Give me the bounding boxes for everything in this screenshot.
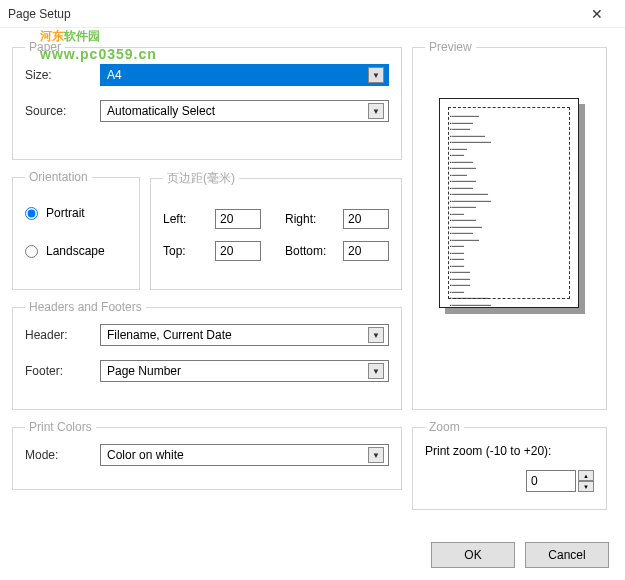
portrait-label: Portrait — [46, 206, 85, 220]
paper-legend: Paper — [25, 40, 65, 54]
size-value: A4 — [107, 68, 122, 82]
bottom-label: Bottom: — [285, 244, 337, 258]
chevron-down-icon[interactable]: ▼ — [368, 103, 384, 119]
preview-page: ▪━━━━━━━━━ ▪━━━━━━━ ▪━━━━━━ ▪━━━━━━━━━━━… — [439, 98, 579, 308]
header-label: Header: — [25, 328, 100, 342]
zoom-label: Print zoom (-10 to +20): — [425, 444, 594, 458]
footer-value: Page Number — [107, 364, 181, 378]
preview-legend: Preview — [425, 40, 476, 54]
cancel-button[interactable]: Cancel — [525, 542, 609, 568]
header-value: Filename, Current Date — [107, 328, 232, 342]
header-combo[interactable]: Filename, Current Date ▼ — [100, 324, 389, 346]
left-input[interactable] — [215, 209, 261, 229]
print-colors-group: Print Colors Mode: Color on white ▼ — [12, 420, 402, 490]
titlebar: Page Setup ✕ — [0, 0, 625, 28]
chevron-down-icon[interactable]: ▼ — [368, 363, 384, 379]
window-title: Page Setup — [8, 7, 71, 21]
chevron-down-icon[interactable]: ▼ — [368, 327, 384, 343]
landscape-radio[interactable] — [25, 245, 38, 258]
landscape-label: Landscape — [46, 244, 105, 258]
size-combo[interactable]: A4 ▼ — [100, 64, 389, 86]
right-input[interactable] — [343, 209, 389, 229]
mode-label: Mode: — [25, 448, 100, 462]
print-colors-legend: Print Colors — [25, 420, 96, 434]
bottom-input[interactable] — [343, 241, 389, 261]
source-label: Source: — [25, 104, 100, 118]
headers-legend: Headers and Footers — [25, 300, 146, 314]
close-icon[interactable]: ✕ — [577, 6, 617, 22]
zoom-up-icon[interactable]: ▲ — [578, 470, 594, 481]
source-value: Automatically Select — [107, 104, 215, 118]
orientation-legend: Orientation — [25, 170, 92, 184]
zoom-legend: Zoom — [425, 420, 464, 434]
margins-legend: 页边距(毫米) — [163, 170, 239, 187]
mode-value: Color on white — [107, 448, 184, 462]
paper-group: Paper Size: A4 ▼ Source: Automatically S… — [12, 40, 402, 160]
top-input[interactable] — [215, 241, 261, 261]
margins-group: 页边距(毫米) Left: Right: Top: Bottom: — [150, 170, 402, 290]
zoom-down-icon[interactable]: ▼ — [578, 481, 594, 492]
footer-combo[interactable]: Page Number ▼ — [100, 360, 389, 382]
headers-group: Headers and Footers Header: Filename, Cu… — [12, 300, 402, 410]
mode-combo[interactable]: Color on white ▼ — [100, 444, 389, 466]
footer-label: Footer: — [25, 364, 100, 378]
ok-button[interactable]: OK — [431, 542, 515, 568]
zoom-input[interactable] — [526, 470, 576, 492]
zoom-group: Zoom Print zoom (-10 to +20): ▲ ▼ — [412, 420, 607, 510]
source-combo[interactable]: Automatically Select ▼ — [100, 100, 389, 122]
size-label: Size: — [25, 68, 100, 82]
top-label: Top: — [163, 244, 209, 258]
left-label: Left: — [163, 212, 209, 226]
chevron-down-icon[interactable]: ▼ — [368, 447, 384, 463]
portrait-radio[interactable] — [25, 207, 38, 220]
chevron-down-icon[interactable]: ▼ — [368, 67, 384, 83]
orientation-group: Orientation Portrait Landscape — [12, 170, 140, 290]
preview-group: Preview ▪━━━━━━━━━ ▪━━━━━━━ ▪━━━━━━ ▪━━━… — [412, 40, 607, 410]
right-label: Right: — [285, 212, 337, 226]
